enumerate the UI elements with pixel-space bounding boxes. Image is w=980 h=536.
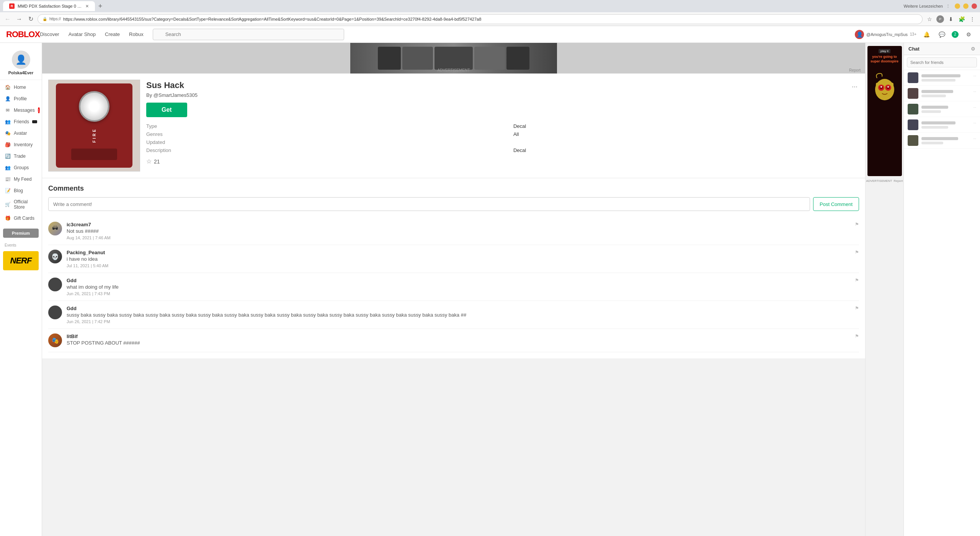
robux-count[interactable]: 2 — [952, 31, 959, 38]
sidebar-item-blog[interactable]: 📝 Blog — [0, 185, 42, 196]
comment-text-3: what im doing of my life — [67, 284, 855, 290]
back-btn[interactable]: ← — [3, 15, 12, 24]
chat-title: Chat — [908, 46, 920, 52]
sidebar-item-official-store[interactable]: 🛒 Official Store — [0, 196, 42, 212]
browser-chrome: R MMD PDX Satisfaction Stage 0 :: X ✕ + … — [0, 0, 980, 26]
address-bar[interactable]: 🔒 https:// https://www.roblox.com/librar… — [38, 14, 923, 24]
chat-friend-time-3: ... — [973, 105, 976, 108]
chat-friend-item[interactable]: ... — [904, 70, 980, 86]
item-title-row: Sus Hack ... — [146, 80, 859, 91]
sidebar-item-profile[interactable]: 👤 Profile — [0, 93, 42, 105]
avatar-label: Avatar — [14, 131, 27, 136]
browser-tabs: R MMD PDX Satisfaction Stage 0 :: X ✕ + … — [0, 0, 980, 12]
user-button[interactable]: 👤 @AmogusTru_mpSus 13+ — [855, 30, 916, 39]
comment-text-2: i have no idea — [67, 256, 855, 262]
nav-link-robux[interactable]: Robux — [129, 31, 144, 37]
trade-icon: 🔄 — [5, 153, 11, 159]
comment-username-4: Gdd — [67, 306, 855, 311]
bookmark-btn[interactable]: ☆ — [925, 15, 934, 24]
inventory-icon: 🎒 — [5, 142, 11, 148]
nav-links: Discover Avatar Shop Create Robux — [40, 31, 144, 37]
updated-label: Updated — [146, 139, 504, 145]
settings-gear-btn[interactable]: ⚙ — [963, 29, 974, 40]
comment-flag-2[interactable]: ⚑ — [855, 250, 859, 255]
extensions-label[interactable]: Weitere Lesezeichen — [903, 4, 943, 8]
profile-indicator-btn[interactable]: P — [936, 15, 945, 24]
sidebar-item-trade[interactable]: 🔄 Trade — [0, 150, 42, 162]
chat-friend-name-3 — [921, 106, 948, 109]
roblox-logo[interactable]: ROBLOX — [6, 29, 40, 39]
comment-input[interactable] — [48, 197, 810, 211]
roblox-wordmark: ROBLOX — [6, 29, 40, 39]
feed-icon: 📰 — [5, 176, 11, 182]
sidebar-item-friends[interactable]: 👥 Friends — [0, 116, 42, 127]
forward-btn[interactable]: → — [15, 15, 24, 24]
premium-button[interactable]: Premium — [3, 229, 39, 238]
item-meta: Type Decal Genres All Updated Descriptio… — [146, 123, 859, 153]
right-ad-play-label: play it — [879, 49, 890, 53]
nav-right-buttons: ☆ P ⬇ 🧩 ⋮ — [925, 15, 977, 24]
new-tab-btn[interactable]: + — [95, 1, 106, 11]
sidebar-item-myfeed[interactable]: 📰 My Feed — [0, 173, 42, 185]
extensions-icon[interactable]: ⋮ — [946, 4, 950, 9]
sidebar-item-home[interactable]: 🏠 Home — [0, 82, 42, 93]
chat-friend-item[interactable]: ... — [904, 86, 980, 101]
comment-flag-1[interactable]: ⚑ — [855, 222, 859, 227]
comment-flag-5[interactable]: ⚑ — [855, 333, 859, 339]
sidebar-item-avatar[interactable]: 🎭 Avatar — [0, 127, 42, 139]
right-ad-box[interactable]: play it you're going to super doomspire — [867, 46, 902, 176]
extensions-btn[interactable]: 🧩 — [957, 15, 966, 24]
sidebar-avatar: 👤 — [12, 51, 30, 69]
nav-link-discover[interactable]: Discover — [40, 31, 59, 37]
chat-friend-item[interactable]: ... — [904, 101, 980, 117]
chat-friend-item[interactable]: ... — [904, 117, 980, 133]
ad-top-report[interactable]: Report — [849, 68, 861, 72]
chat-friend-avatar-5 — [908, 135, 918, 146]
chat-friend-name-2 — [921, 90, 953, 93]
browser-profile-avatar: P — [936, 15, 944, 23]
downloads-btn[interactable]: ⬇ — [946, 15, 956, 24]
chat-gear-icon[interactable]: ⚙ — [971, 46, 975, 52]
settings-btn[interactable]: ⋮ — [968, 15, 977, 24]
sidebar-item-groups[interactable]: 👥 Groups — [0, 162, 42, 173]
active-tab[interactable]: R MMD PDX Satisfaction Stage 0 :: X ✕ — [3, 1, 95, 11]
tab-favicon: R — [9, 3, 15, 9]
gift-icon: 🎁 — [5, 215, 11, 221]
chat-friend-item[interactable]: ... — [904, 133, 980, 149]
inventory-label: Inventory — [14, 142, 33, 147]
sidebar-item-messages[interactable]: ✉ Messages 1 — [0, 105, 42, 116]
close-window-btn[interactable] — [972, 3, 977, 9]
comment-time-2: Jul 11, 2021 | 5:40 AM — [67, 263, 855, 268]
right-ad-character-svg — [871, 67, 898, 101]
maximize-btn[interactable] — [963, 3, 969, 9]
nav-link-avatar-shop[interactable]: Avatar Shop — [69, 31, 96, 37]
comment-body-2: Packing_Peanut i have no idea Jul 11, 20… — [67, 250, 859, 268]
tab-close-btn[interactable]: ✕ — [85, 4, 89, 9]
comment-flag-3[interactable]: ⚑ — [855, 278, 859, 283]
chat-search-input[interactable] — [907, 57, 977, 67]
nerf-banner[interactable]: NERF — [3, 251, 39, 270]
sidebar-item-gift-cards[interactable]: 🎁 Gift Cards — [0, 212, 42, 224]
username-label: @AmogusTru_mpSus — [866, 32, 908, 37]
sidebar-item-inventory[interactable]: 🎒 Inventory — [0, 139, 42, 150]
comment-flag-4[interactable]: ⚑ — [855, 306, 859, 311]
search-input[interactable] — [153, 29, 344, 40]
item-more-button[interactable]: ... — [850, 80, 859, 91]
nav-link-create[interactable]: Create — [105, 31, 120, 37]
chat-friend-name-5 — [921, 137, 958, 140]
post-comment-button[interactable]: Post Comment — [813, 197, 859, 211]
chat-btn[interactable]: 💬 — [936, 29, 947, 40]
get-button[interactable]: Get — [146, 103, 187, 117]
creator-label: By @SmartJames5305 — [146, 92, 198, 98]
roblox-nav: ROBLOX Discover Avatar Shop Create Robux… — [0, 26, 980, 43]
tab-title: MMD PDX Satisfaction Stage 0 :: X — [18, 4, 82, 8]
avatar-emoji: 👤 — [15, 54, 27, 65]
chat-friend-info-2 — [921, 90, 970, 97]
minimize-btn[interactable] — [955, 3, 960, 9]
notifications-btn[interactable]: 🔔 — [921, 29, 932, 40]
friends-label: Friends — [14, 119, 29, 124]
chat-friend-status-3 — [921, 110, 941, 113]
refresh-btn[interactable]: ↻ — [26, 15, 35, 24]
fire-text: FIRE — [92, 128, 96, 143]
right-ad-report-btn[interactable]: Report — [893, 179, 903, 183]
